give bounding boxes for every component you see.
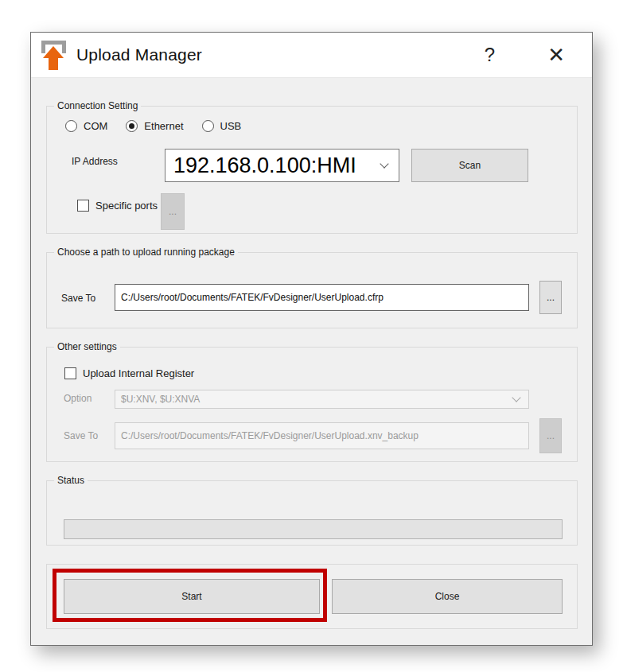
package-browse-button[interactable]: ... bbox=[539, 281, 562, 314]
connection-setting-group: Connection Setting COM Ethernet USB IP A… bbox=[46, 106, 578, 234]
ip-address-value: 192.168.0.100:HMI bbox=[173, 153, 376, 178]
chevron-down-icon bbox=[380, 159, 388, 168]
radio-com[interactable]: COM bbox=[65, 120, 107, 132]
close-button[interactable]: Close bbox=[332, 579, 563, 614]
ip-address-combobox[interactable]: 192.168.0.100:HMI bbox=[165, 149, 399, 182]
upload-icon-arrow-stem bbox=[49, 57, 58, 70]
upload-internal-register-checkbox-box[interactable] bbox=[64, 367, 76, 379]
other-browse-button: ... bbox=[539, 418, 562, 453]
radio-ethernet-circle[interactable] bbox=[126, 120, 138, 132]
radio-usb[interactable]: USB bbox=[202, 120, 242, 132]
scan-button[interactable]: Scan bbox=[411, 149, 528, 182]
upload-icon-arrow bbox=[43, 46, 64, 58]
status-group: Status bbox=[46, 480, 578, 546]
specific-ports-checkbox-box[interactable] bbox=[77, 200, 89, 212]
other-settings-group: Other settings Upload Internal Register … bbox=[46, 347, 578, 462]
radio-usb-label: USB bbox=[220, 120, 242, 132]
other-save-to-label: Save To bbox=[64, 430, 98, 441]
connection-type-radios: COM Ethernet USB bbox=[65, 120, 259, 132]
window-title: Upload Manager bbox=[76, 45, 202, 64]
status-legend: Status bbox=[54, 475, 88, 486]
package-save-to-label: Save To bbox=[61, 293, 95, 304]
upload-progress-bar bbox=[64, 519, 563, 539]
option-combobox: $U:XNV, $U:XNVA bbox=[115, 390, 529, 409]
package-path-input[interactable] bbox=[115, 284, 529, 311]
option-value: $U:XNV, $U:XNVA bbox=[121, 394, 508, 405]
connection-setting-legend: Connection Setting bbox=[54, 100, 141, 111]
package-path-legend: Choose a path to upload running package bbox=[54, 247, 238, 258]
other-path-input bbox=[115, 422, 529, 449]
upload-internal-register-label: Upload Internal Register bbox=[83, 367, 194, 379]
radio-ethernet-label: Ethernet bbox=[144, 120, 183, 132]
upload-icon bbox=[39, 38, 71, 72]
page-background: Upload Manager ? ✕ Connection Setting CO… bbox=[0, 0, 623, 672]
specific-ports-checkbox[interactable]: Specific ports bbox=[77, 200, 158, 212]
other-settings-legend: Other settings bbox=[54, 341, 120, 352]
radio-usb-circle[interactable] bbox=[202, 120, 214, 132]
option-label: Option bbox=[64, 393, 92, 404]
package-path-group: Choose a path to upload running package … bbox=[46, 252, 578, 328]
upload-internal-register-checkbox[interactable]: Upload Internal Register bbox=[64, 367, 194, 379]
upload-manager-dialog: Upload Manager ? ✕ Connection Setting CO… bbox=[30, 32, 593, 646]
radio-com-label: COM bbox=[84, 120, 107, 132]
ip-address-label: IP Address bbox=[72, 156, 118, 167]
start-button[interactable]: Start bbox=[64, 579, 320, 614]
radio-ethernet[interactable]: Ethernet bbox=[126, 120, 183, 132]
specific-ports-browse-button: ... bbox=[161, 193, 185, 230]
close-window-button[interactable]: ✕ bbox=[547, 45, 565, 65]
chevron-down-icon bbox=[512, 393, 520, 402]
specific-ports-label: Specific ports bbox=[95, 200, 158, 212]
radio-com-circle[interactable] bbox=[65, 120, 77, 132]
help-button[interactable]: ? bbox=[485, 45, 495, 64]
action-buttons-box: Start Close bbox=[46, 564, 578, 629]
title-bar: Upload Manager ? ✕ bbox=[31, 33, 592, 78]
